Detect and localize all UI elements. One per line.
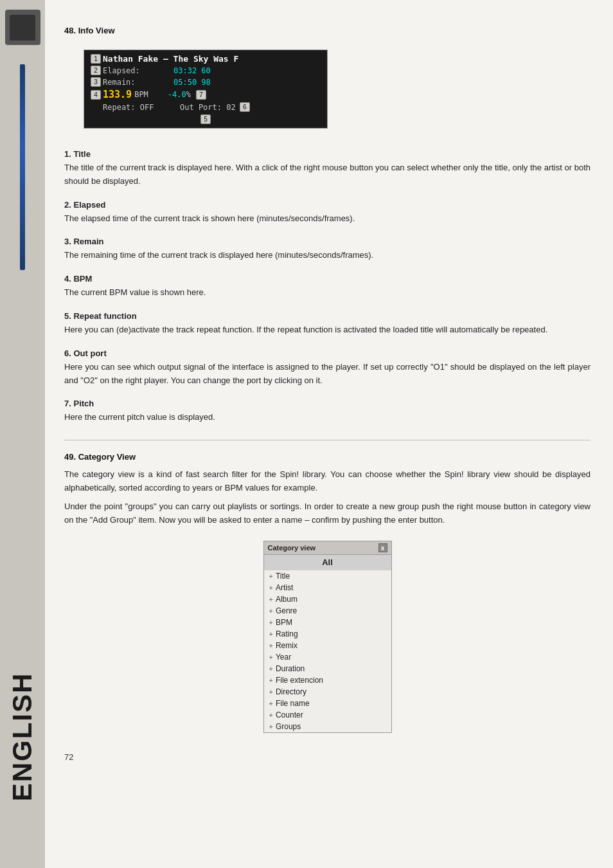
category-popup-title: Category view bbox=[268, 544, 316, 552]
item-label-genre: Genre bbox=[276, 606, 297, 615]
subsection-4-title: 4. BPM bbox=[64, 274, 591, 284]
subsection-6-body: Here you can see which output signal of … bbox=[64, 361, 591, 388]
subsection-1-title: 1. Title bbox=[64, 149, 591, 159]
list-item-groups[interactable]: + Groups bbox=[264, 721, 391, 732]
list-item-duration[interactable]: + Duration bbox=[264, 663, 391, 674]
diagram-remain-value: 05:50 98 bbox=[173, 78, 211, 87]
diagram-pitch-value: -4.0 bbox=[168, 90, 186, 99]
item-label-rating: Rating bbox=[276, 629, 298, 638]
list-item-bpm[interactable]: + BPM bbox=[264, 617, 391, 628]
list-item-year[interactable]: + Year bbox=[264, 651, 391, 663]
subsection-remain: 3. Remain The remaining time of the curr… bbox=[64, 237, 591, 262]
callout-1: 1 bbox=[91, 54, 101, 64]
plus-icon-file-extencion: + bbox=[269, 676, 273, 684]
subsection-4-body: The current BPM value is shown here. bbox=[64, 286, 591, 300]
diagram-title: Nathan Fake – The Sky Was F bbox=[103, 54, 238, 64]
callout-4: 4 bbox=[91, 90, 101, 100]
subsection-bpm: 4. BPM The current BPM value is shown he… bbox=[64, 274, 591, 300]
item-label-groups: Groups bbox=[276, 722, 301, 731]
diagram-pitch-unit: % bbox=[186, 90, 191, 99]
item-label-duration: Duration bbox=[276, 664, 305, 673]
plus-icon-title: + bbox=[269, 572, 273, 580]
item-label-counter: Counter bbox=[276, 710, 303, 719]
subsection-3-body: The remaining time of the current track … bbox=[64, 249, 591, 262]
page-number: 72 bbox=[64, 752, 591, 762]
plus-icon-rating: + bbox=[269, 630, 273, 638]
section-divider bbox=[64, 440, 591, 440]
category-popup: Category view x All + Title + Artist + A… bbox=[263, 541, 392, 733]
main-content: 48. Info View 1 Nathan Fake – The Sky Wa… bbox=[45, 0, 613, 868]
sidebar-blue-bar bbox=[20, 64, 25, 270]
subsection-outport: 6. Out port Here you can see which outpu… bbox=[64, 348, 591, 388]
subsection-6-title: 6. Out port bbox=[64, 348, 591, 358]
plus-icon-year: + bbox=[269, 653, 273, 661]
item-label-file-extencion: File extencion bbox=[276, 676, 323, 685]
plus-icon-counter: + bbox=[269, 711, 273, 719]
item-label-year: Year bbox=[276, 653, 291, 662]
callout-2: 2 bbox=[91, 66, 101, 75]
sidebar: ENGLISH bbox=[0, 0, 45, 868]
subsection-title: 1. Title The title of the current track … bbox=[64, 149, 591, 188]
item-label-artist: Artist bbox=[276, 583, 293, 592]
diagram-remain-label: Remain: bbox=[103, 78, 161, 87]
item-label-filename: File name bbox=[276, 699, 310, 708]
subsection-7-title: 7. Pitch bbox=[64, 399, 591, 408]
subsection-1-body: The title of the current track is displa… bbox=[64, 161, 591, 188]
section48-items: 1. Title The title of the current track … bbox=[64, 149, 591, 424]
diagram-elapsed-value: 03:32 60 bbox=[173, 66, 211, 75]
info-view-diagram: 1 Nathan Fake – The Sky Was F 2 Elapsed:… bbox=[84, 50, 328, 129]
list-item-artist[interactable]: + Artist bbox=[264, 582, 391, 593]
diagram-outport-label: Out Port: 02 bbox=[180, 103, 236, 112]
list-item-counter[interactable]: + Counter bbox=[264, 709, 391, 721]
category-popup-all[interactable]: All bbox=[264, 555, 391, 570]
subsection-2-body: The elapsed time of the current track is… bbox=[64, 212, 591, 226]
callout-3: 3 bbox=[91, 77, 101, 87]
diagram-bpm-value: 133.9 bbox=[103, 89, 132, 100]
list-item-directory[interactable]: + Directory bbox=[264, 686, 391, 698]
callout-7: 7 bbox=[196, 90, 206, 100]
section49-heading: 49. Category View bbox=[64, 452, 591, 462]
item-label-remix: Remix bbox=[276, 641, 298, 650]
list-item-remix[interactable]: + Remix bbox=[264, 640, 391, 651]
list-item-filename[interactable]: + File name bbox=[264, 698, 391, 709]
logo-inner bbox=[10, 15, 35, 41]
plus-icon-artist: + bbox=[269, 584, 273, 592]
plus-icon-genre: + bbox=[269, 607, 273, 615]
callout-6: 6 bbox=[240, 102, 250, 112]
subsection-pitch: 7. Pitch Here the current pitch value is… bbox=[64, 399, 591, 424]
subsection-5-body: Here you can (de)activate the track repe… bbox=[64, 323, 591, 337]
item-label-album: Album bbox=[276, 595, 298, 604]
logo bbox=[5, 10, 40, 45]
sidebar-language-label: ENGLISH bbox=[7, 673, 38, 802]
plus-icon-groups: + bbox=[269, 723, 273, 730]
plus-icon-remix: + bbox=[269, 642, 273, 649]
subsection-repeat: 5. Repeat function Here you can (de)acti… bbox=[64, 311, 591, 337]
subsection-2-title: 2. Elapsed bbox=[64, 200, 591, 210]
category-popup-close-button[interactable]: x bbox=[378, 543, 387, 552]
list-item-rating[interactable]: + Rating bbox=[264, 628, 391, 640]
item-label-directory: Directory bbox=[276, 687, 306, 696]
plus-icon-directory: + bbox=[269, 688, 273, 696]
plus-icon-album: + bbox=[269, 595, 273, 603]
list-item-title[interactable]: + Title bbox=[264, 570, 391, 582]
info-diagram-wrapper: 1 Nathan Fake – The Sky Was F 2 Elapsed:… bbox=[64, 42, 591, 136]
category-popup-container: Category view x All + Title + Artist + A… bbox=[64, 534, 591, 733]
plus-icon-filename: + bbox=[269, 700, 273, 707]
list-item-album[interactable]: + Album bbox=[264, 593, 391, 605]
item-label-bpm: BPM bbox=[276, 618, 292, 627]
subsection-5-title: 5. Repeat function bbox=[64, 311, 591, 321]
subsection-7-body: Here the current pitch value is displaye… bbox=[64, 411, 591, 424]
section48-heading: 48. Info View bbox=[64, 26, 591, 35]
subsection-3-title: 3. Remain bbox=[64, 237, 591, 246]
list-item-genre[interactable]: + Genre bbox=[264, 605, 391, 617]
list-item-file-extencion[interactable]: + File extencion bbox=[264, 674, 391, 686]
section49-body2: Under the point "groups" you can carry o… bbox=[64, 500, 591, 527]
plus-icon-bpm: + bbox=[269, 619, 273, 626]
diagram-bpm-unit: BPM bbox=[134, 90, 148, 99]
subsection-elapsed: 2. Elapsed The elapsed time of the curre… bbox=[64, 200, 591, 226]
item-label-title: Title bbox=[276, 572, 290, 581]
diagram-repeat-label: Repeat: OFF bbox=[103, 103, 173, 112]
section49-body1: The category view is a kind of fast sear… bbox=[64, 468, 591, 495]
category-popup-header: Category view x bbox=[264, 541, 391, 555]
diagram-elapsed-label: Elapsed: bbox=[103, 66, 161, 75]
